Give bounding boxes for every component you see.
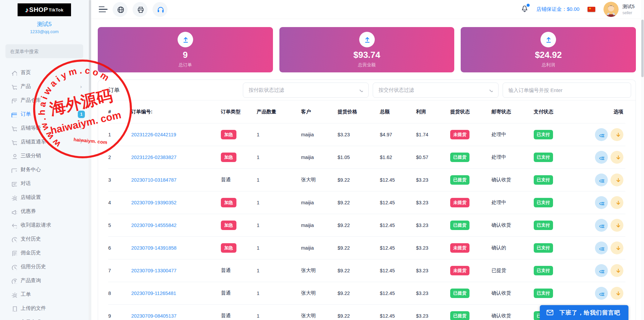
- pay-status-badge: 已支付: [534, 130, 553, 139]
- sidebar-item-shop-level[interactable]: 店铺等级›: [0, 121, 89, 135]
- question-icon: [11, 278, 17, 284]
- sidebar-item-product-inquiry[interactable]: 产品查询: [0, 274, 89, 288]
- order-number-link[interactable]: 20230709-08405137: [131, 313, 177, 319]
- sidebar-item-orders[interactable]: 订单1: [0, 107, 89, 121]
- page-scrollbar[interactable]: [641, 0, 644, 320]
- orders-count-badge: 1: [78, 111, 85, 118]
- shop-deposit-link[interactable]: 店铺保证金：$0.00: [536, 6, 580, 13]
- sidebar-item-label: 订单: [21, 111, 31, 117]
- sidebar-item-finance-center[interactable]: 财务中心: [0, 163, 89, 177]
- order-number-link[interactable]: 20230709-13300477: [131, 268, 177, 273]
- sidebar-item-work-order[interactable]: 工单: [0, 288, 89, 301]
- order-number-link[interactable]: 20230710-03184787: [131, 177, 177, 183]
- sidebar-item-uploaded-files[interactable]: 上传的文件: [0, 301, 89, 315]
- stat-label: 总利润: [542, 62, 555, 68]
- sidebar-item-distribution[interactable]: 三级分销: [0, 149, 89, 163]
- pay-status-badge: 已支付: [534, 153, 553, 162]
- product-qty: 1: [257, 259, 301, 282]
- china-flag-icon[interactable]: ★: [588, 7, 595, 12]
- view-button[interactable]: [595, 128, 608, 141]
- eye-icon: [599, 132, 604, 137]
- printer-icon: [137, 6, 144, 13]
- topbar-user-info[interactable]: 测试5 seller: [622, 4, 635, 15]
- support-button[interactable]: [153, 2, 167, 17]
- menu-toggle-button[interactable]: [99, 6, 108, 13]
- sidebar-scrollbar[interactable]: [89, 0, 91, 320]
- order-type-badge: 普通: [221, 290, 231, 296]
- sidebar-item-transaction-password[interactable]: 交易密码›: [0, 315, 89, 320]
- chevron-right-icon: ›: [80, 125, 82, 131]
- sidebar-item-products[interactable]: 产品›: [0, 79, 89, 93]
- avatar[interactable]: [603, 2, 619, 17]
- sidebar-item-refund-requests[interactable]: 收到退款请求: [0, 218, 89, 232]
- logo-shop-text: SHOP: [29, 6, 48, 14]
- delivery-status-filter[interactable]: 按交付状态过滤: [373, 83, 499, 98]
- sidebar-item-credit-history[interactable]: 信用分历史: [0, 260, 89, 274]
- download-button[interactable]: [611, 287, 623, 300]
- order-number-link[interactable]: 20231226-02383827: [131, 155, 177, 160]
- download-button[interactable]: [611, 174, 623, 186]
- download-button[interactable]: [611, 196, 623, 209]
- table-row: 6 20230709-14391858 加急 1 maijia $9.22 $1…: [108, 236, 625, 259]
- download-button[interactable]: [611, 128, 623, 141]
- sidebar-item-product-warehouse[interactable]: 产品仓库: [0, 93, 89, 107]
- view-button[interactable]: [595, 151, 608, 164]
- sidebar-item-home[interactable]: 首页: [0, 66, 89, 79]
- sidebar-menu: 首页 产品› 产品仓库 订单1 店铺等级› 店铺直通车› 三级分销 财务中心 对…: [0, 66, 89, 320]
- table-row: 3 20230710-03184787 普通 1 张大明 $9.22 $12.4…: [108, 168, 625, 191]
- leave-message-button[interactable]: 下班了，给我们留言吧: [540, 305, 628, 320]
- customer: maijia: [301, 191, 338, 214]
- order-number-link[interactable]: 20230709-19390352: [131, 200, 177, 205]
- print-button[interactable]: [133, 2, 147, 17]
- sidebar-item-commission-history[interactable]: 佣金历史: [0, 246, 89, 260]
- row-index: 9: [108, 304, 131, 320]
- sidebar-item-coupons[interactable]: 优惠券: [0, 204, 89, 218]
- order-type-badge: 普通: [221, 268, 231, 273]
- order-number-link[interactable]: 20230709-11265481: [131, 291, 176, 296]
- order-type-badge: 加急: [221, 130, 236, 139]
- sidebar-item-shop-settings[interactable]: 店铺设置: [0, 190, 89, 204]
- page-title: 订单: [108, 86, 120, 94]
- sidebar-item-label: 对话: [21, 180, 31, 187]
- download-button[interactable]: [611, 264, 623, 277]
- pay-status-badge: 已支付: [534, 175, 553, 185]
- payment-status-filter[interactable]: 按付款状态过滤: [243, 83, 369, 98]
- view-button[interactable]: [595, 242, 608, 254]
- orders-table: # 订单编号: 订单类型 产品数量 客户 提货价格 总额 利润 提货状态 邮寄状…: [108, 100, 625, 320]
- download-button[interactable]: [611, 151, 623, 164]
- col-pickup-price: 提货价格: [338, 100, 380, 123]
- stat-value: $93.74: [353, 50, 381, 60]
- stat-label: 总订单: [179, 62, 192, 68]
- download-button[interactable]: [611, 242, 623, 254]
- table-header-row: # 订单编号: 订单类型 产品数量 客户 提货价格 总额 利润 提货状态 邮寄状…: [108, 100, 625, 123]
- order-number-search-input[interactable]: [503, 83, 631, 98]
- order-number-link[interactable]: 20231226-02442119: [131, 132, 176, 137]
- view-button[interactable]: [595, 264, 608, 277]
- view-button[interactable]: [595, 219, 608, 232]
- app-logo[interactable]: ♪ SHOP TikTok: [18, 3, 71, 16]
- sidebar-item-shop-express[interactable]: 店铺直通车›: [0, 135, 89, 149]
- page-scrollbar-thumb[interactable]: [641, 20, 644, 77]
- sidebar-item-label: 店铺设置: [21, 194, 41, 201]
- product-qty: 1: [257, 191, 301, 214]
- view-button[interactable]: [595, 196, 608, 209]
- notifications-button[interactable]: [521, 4, 529, 14]
- sidebar-item-label: 工单: [21, 291, 31, 298]
- profit: $3.23: [416, 304, 450, 320]
- eye-icon: [599, 268, 604, 273]
- sidebar-item-label: 财务中心: [21, 166, 41, 173]
- sidebar: ♪ SHOP TikTok 测试5 1233@qq.com 首页 产品› 产品仓…: [0, 0, 89, 320]
- col-pay-status: 支付状态: [534, 100, 584, 123]
- sidebar-scrollbar-thumb[interactable]: [89, 0, 91, 98]
- order-number-link[interactable]: 20230709-14555842: [131, 223, 177, 228]
- view-button[interactable]: [595, 287, 608, 300]
- download-button[interactable]: [611, 219, 623, 232]
- row-index: 4: [108, 191, 131, 214]
- sidebar-item-payment-history[interactable]: 支付历史: [0, 232, 89, 246]
- row-index: 8: [108, 282, 131, 304]
- view-button[interactable]: [595, 174, 608, 186]
- language-button[interactable]: [113, 2, 128, 17]
- menu-search-input[interactable]: [5, 44, 83, 58]
- sidebar-item-chat[interactable]: 对话: [0, 177, 89, 190]
- order-number-link[interactable]: 20230709-14391858: [131, 245, 177, 251]
